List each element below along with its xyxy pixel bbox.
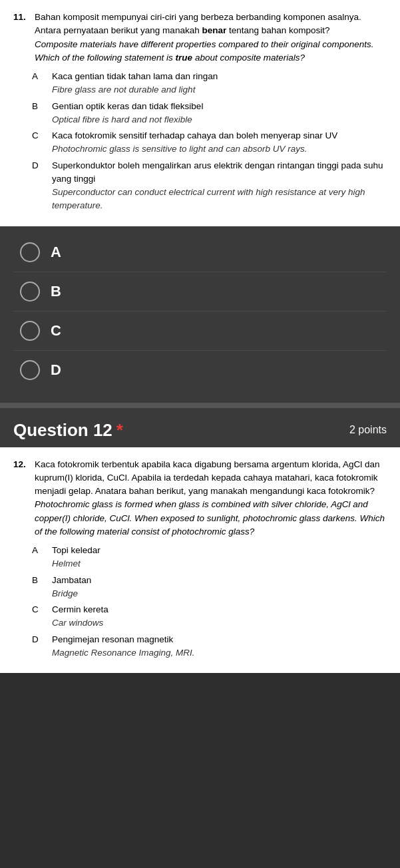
question12-title-group: Question 12*	[13, 420, 123, 441]
q12-option-a-english: Helmet	[52, 558, 81, 568]
bold-benar: benar	[202, 25, 226, 35]
option-b-content: Gentian optik keras dan tidak fleksibel …	[52, 100, 387, 127]
section-divider	[0, 403, 400, 408]
q12-option-a-malay: Topi keledar	[52, 545, 100, 555]
option-b-english: Optical fibre is hard and not flexible	[52, 114, 192, 124]
option-c-row: C Kaca fotokromik sensitif terhadap caha…	[13, 129, 387, 156]
question12-number: 12.	[13, 458, 28, 539]
option-c-letter: C	[32, 129, 44, 156]
q12-option-b-letter: B	[32, 574, 44, 601]
question11-card: 11. Bahan komposit mempunyai ciri-ciri y…	[0, 0, 400, 226]
q12-option-c-malay: Cermin kereta	[52, 604, 108, 614]
question12-options: A Topi keledar Helmet B Jambatan Bridge …	[13, 544, 387, 660]
option-d-english: Superconductor can conduct electrical cu…	[52, 187, 365, 210]
question12-text: Kaca fotokromik terbentuk apabila kaca d…	[35, 458, 387, 539]
radio-circle-d[interactable]	[20, 360, 40, 380]
radio-label-a: A	[51, 244, 61, 261]
q12-option-d-letter: D	[32, 633, 44, 660]
option-a-letter: A	[32, 70, 44, 97]
question12-row: 12. Kaca fotokromik terbentuk apabila ka…	[13, 458, 387, 539]
q12-option-a-row: A Topi keledar Helmet	[13, 544, 387, 571]
radio-label-c: C	[51, 322, 61, 339]
option-d-letter: D	[32, 159, 44, 213]
answer-section-q11: A B C D	[0, 226, 400, 403]
question12-english: Photochromic glass is formed when glass …	[35, 499, 385, 537]
radio-option-c[interactable]: C	[13, 312, 387, 351]
q12-option-c-content: Cermin kereta Car windows	[52, 603, 387, 630]
option-d-content: Superkonduktor boleh mengalirkan arus el…	[52, 159, 387, 213]
q12-option-d-malay: Pengimejan resonan magnetik	[52, 634, 173, 644]
radio-circle-b[interactable]	[20, 282, 40, 302]
q12-option-b-row: B Jambatan Bridge	[13, 574, 387, 601]
radio-option-a[interactable]: A	[13, 233, 387, 272]
bold-true: true	[176, 53, 193, 63]
q12-option-b-content: Jambatan Bridge	[52, 574, 387, 601]
question12-card: 12. Kaca fotokromik terbentuk apabila ka…	[0, 447, 400, 674]
radio-circle-c[interactable]	[20, 321, 40, 341]
q12-option-b-english: Bridge	[52, 588, 78, 598]
question11-malay: Bahan komposit mempunyai ciri-ciri yang …	[35, 12, 361, 35]
q12-option-c-row: C Cermin kereta Car windows	[13, 603, 387, 630]
q12-option-c-letter: C	[32, 603, 44, 630]
option-d-malay: Superkonduktor boleh mengalirkan arus el…	[52, 160, 383, 184]
option-c-content: Kaca fotokromik sensitif terhadap cahaya…	[52, 129, 387, 156]
question11-options: A Kaca gentian tidak tahan lama dan ring…	[13, 70, 387, 213]
option-b-row: B Gentian optik keras dan tidak fleksibe…	[13, 100, 387, 127]
radio-label-b: B	[51, 283, 61, 300]
q12-option-b-malay: Jambatan	[52, 575, 91, 585]
option-a-row: A Kaca gentian tidak tahan lama dan ring…	[13, 70, 387, 97]
radio-option-b[interactable]: B	[13, 272, 387, 312]
option-c-malay: Kaca fotokromik sensitif terhadap cahaya…	[52, 130, 337, 140]
required-star: *	[116, 420, 123, 440]
question11-row: 11. Bahan komposit mempunyai ciri-ciri y…	[13, 11, 387, 65]
option-b-malay: Gentian optik keras dan tidak fleksibel	[52, 101, 203, 111]
q12-option-a-content: Topi keledar Helmet	[52, 544, 387, 571]
question11-text: Bahan komposit mempunyai ciri-ciri yang …	[35, 11, 387, 65]
q12-option-d-english: Magnetic Resonance Imaging, MRI.	[52, 648, 195, 658]
radio-label-d: D	[51, 361, 61, 379]
question12-header: Question 12* 2 points	[0, 408, 400, 447]
q12-option-a-letter: A	[32, 544, 44, 571]
question11-english: Composite materials have different prope…	[35, 39, 374, 63]
question12-malay: Kaca fotokromik terbentuk apabila kaca d…	[35, 459, 380, 497]
radio-circle-a[interactable]	[20, 242, 40, 262]
option-a-content: Kaca gentian tidak tahan lama dan ringan…	[52, 70, 387, 97]
question11-number: 11.	[13, 11, 28, 65]
option-a-english: Fibre glass are not durable and light	[52, 85, 195, 95]
question12-points: 2 points	[349, 424, 387, 436]
q12-option-d-row: D Pengimejan resonan magnetik Magnetic R…	[13, 633, 387, 660]
option-a-malay: Kaca gentian tidak tahan lama dan ringan	[52, 71, 218, 81]
option-b-letter: B	[32, 100, 44, 127]
question12-title-text: Question 12	[13, 420, 112, 440]
question12-title: Question 12*	[13, 420, 123, 440]
q12-option-c-english: Car windows	[52, 618, 103, 628]
option-c-english: Photochromic glass is sensitive to light…	[52, 144, 307, 154]
q12-option-d-content: Pengimejan resonan magnetik Magnetic Res…	[52, 633, 387, 660]
radio-option-d[interactable]: D	[13, 351, 387, 389]
option-d-row: D Superkonduktor boleh mengalirkan arus …	[13, 159, 387, 213]
